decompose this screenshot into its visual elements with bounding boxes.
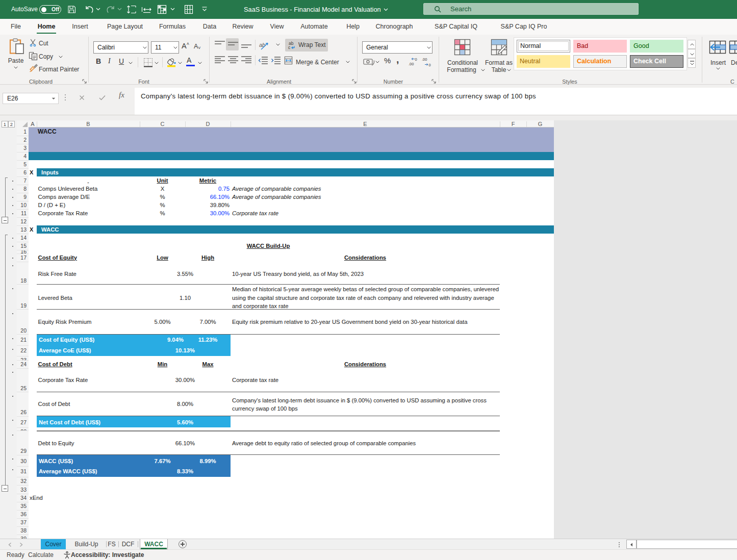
svg-text:.00: .00: [409, 62, 414, 66]
svg-text:.00: .00: [422, 57, 427, 62]
svg-text:0: 0: [415, 57, 417, 62]
svg-text:0: 0: [429, 63, 431, 67]
svg-text:ab: ab: [259, 42, 265, 48]
